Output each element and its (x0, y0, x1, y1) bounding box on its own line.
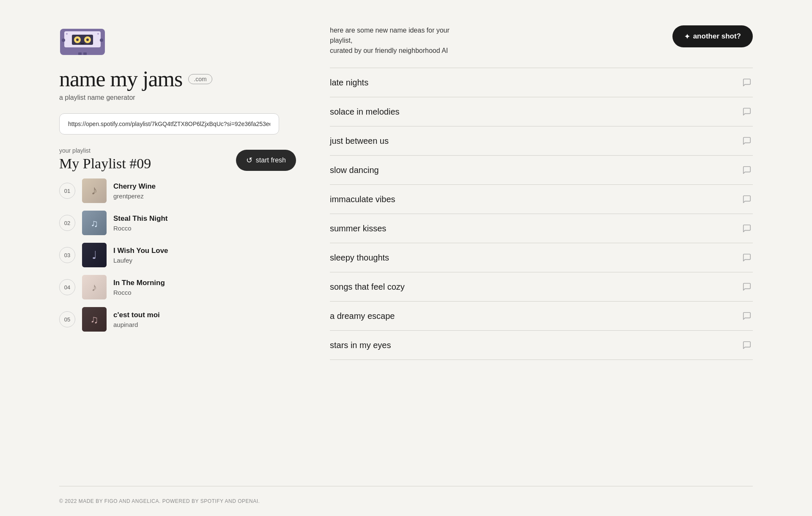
track-list: 01 ♪ Cherry Wine grentperez 02 ♫ Steal T… (59, 178, 296, 339)
svg-text:♩: ♩ (92, 249, 97, 261)
name-suggestion-item[interactable]: solace in melodies (330, 97, 753, 126)
copy-icon[interactable] (741, 310, 753, 322)
spotify-url-input[interactable] (59, 113, 279, 134)
copy-icon[interactable] (741, 164, 753, 176)
copy-icon[interactable] (741, 252, 753, 263)
name-suggestion-text: summer kisses (330, 224, 386, 233)
copy-icon[interactable] (741, 77, 753, 88)
name-suggestion-text: immaculate vibes (330, 195, 395, 204)
name-suggestion-text: just between us (330, 136, 389, 146)
track-number: 01 (59, 183, 75, 199)
track-title: c'est tout moi (113, 311, 160, 319)
track-item: 03 ♩ I Wish You Love Laufey (59, 243, 293, 267)
copy-icon[interactable] (741, 222, 753, 234)
svg-text:♪: ♪ (92, 281, 97, 294)
copy-icon[interactable] (741, 281, 753, 293)
right-header-text: here are some new name ideas for your pl… (330, 25, 474, 56)
name-suggestion-item[interactable]: a dreamy escape (330, 302, 753, 331)
track-art: ♫ (82, 307, 107, 332)
app-title: name my jams (59, 66, 182, 91)
track-info: c'est tout moi aupinard (113, 311, 160, 328)
dot-com-badge: .com (188, 74, 212, 84)
name-suggestion-text: slow dancing (330, 165, 379, 175)
track-info: I Wish You Love Laufey (113, 247, 168, 264)
cassette-logo (59, 25, 296, 66)
track-artist: aupinard (113, 321, 160, 328)
track-number: 03 (59, 247, 75, 263)
track-number: 05 (59, 311, 75, 327)
track-item: 05 ♫ c'est tout moi aupinard (59, 307, 293, 332)
svg-rect-9 (78, 52, 82, 55)
footer-text: © 2022 MADE BY FIGO AND ANGELICA. POWERE… (59, 498, 260, 504)
start-fresh-button[interactable]: ↺ start fresh (236, 150, 296, 171)
name-suggestion-item[interactable]: songs that feel cozy (330, 272, 753, 302)
name-suggestion-text: late nights (330, 78, 368, 88)
sparkle-icon: ✦ (684, 33, 690, 41)
name-suggestion-text: a dreamy escape (330, 311, 395, 321)
svg-point-7 (66, 33, 68, 35)
svg-point-12 (100, 38, 103, 42)
track-art: ♪ (82, 178, 107, 203)
name-suggestions-list: late nights solace in melodies just betw… (330, 68, 753, 360)
svg-point-11 (62, 38, 65, 42)
track-info: Steal This Night Rocco (113, 214, 167, 232)
svg-point-6 (86, 38, 89, 41)
start-fresh-label: start fresh (256, 156, 286, 164)
track-title: Cherry Wine (113, 182, 156, 191)
track-art: ♫ (82, 211, 107, 235)
track-title: Steal This Night (113, 214, 167, 223)
copy-icon[interactable] (741, 339, 753, 351)
svg-point-4 (76, 38, 79, 41)
playlist-name: My Playlist #09 (59, 156, 151, 172)
name-suggestion-item[interactable]: immaculate vibes (330, 185, 753, 214)
track-artist: grentperez (113, 192, 156, 200)
name-suggestion-text: sleepy thoughts (330, 253, 389, 263)
track-title: I Wish You Love (113, 247, 168, 255)
track-artist: Rocco (113, 289, 165, 296)
name-suggestion-item[interactable]: stars in my eyes (330, 331, 753, 360)
track-info: In The Morning Rocco (113, 279, 165, 296)
name-suggestion-item[interactable]: just between us (330, 126, 753, 156)
name-suggestion-item[interactable]: summer kisses (330, 214, 753, 243)
copy-icon[interactable] (741, 106, 753, 118)
track-item: 04 ♪ In The Morning Rocco (59, 275, 293, 299)
name-suggestion-text: songs that feel cozy (330, 282, 405, 292)
name-suggestion-item[interactable]: late nights (330, 68, 753, 97)
svg-text:♪: ♪ (91, 183, 98, 197)
copy-icon[interactable] (741, 193, 753, 205)
track-item: 01 ♪ Cherry Wine grentperez (59, 178, 293, 203)
track-number: 04 (59, 279, 75, 295)
track-info: Cherry Wine grentperez (113, 182, 156, 200)
svg-text:♫: ♫ (90, 313, 99, 326)
another-shot-button[interactable]: ✦ another shot? (672, 25, 753, 47)
refresh-icon: ↺ (246, 156, 252, 165)
your-playlist-label: your playlist (59, 147, 151, 154)
track-artist: Laufey (113, 257, 168, 264)
svg-text:♫: ♫ (91, 218, 98, 229)
name-suggestion-text: stars in my eyes (330, 340, 391, 350)
track-art: ♪ (82, 275, 107, 299)
app-subtitle: a playlist name generator (59, 94, 296, 102)
svg-rect-10 (83, 52, 87, 55)
track-artist: Rocco (113, 225, 167, 232)
name-suggestion-item[interactable]: slow dancing (330, 156, 753, 185)
track-title: In The Morning (113, 279, 165, 287)
track-item: 02 ♫ Steal This Night Rocco (59, 211, 293, 235)
copy-icon[interactable] (741, 135, 753, 147)
name-suggestion-item[interactable]: sleepy thoughts (330, 243, 753, 272)
another-shot-label: another shot? (693, 32, 741, 41)
track-number: 02 (59, 215, 75, 231)
svg-point-8 (97, 33, 99, 35)
track-art: ♩ (82, 243, 107, 267)
name-suggestion-text: solace in melodies (330, 107, 400, 117)
